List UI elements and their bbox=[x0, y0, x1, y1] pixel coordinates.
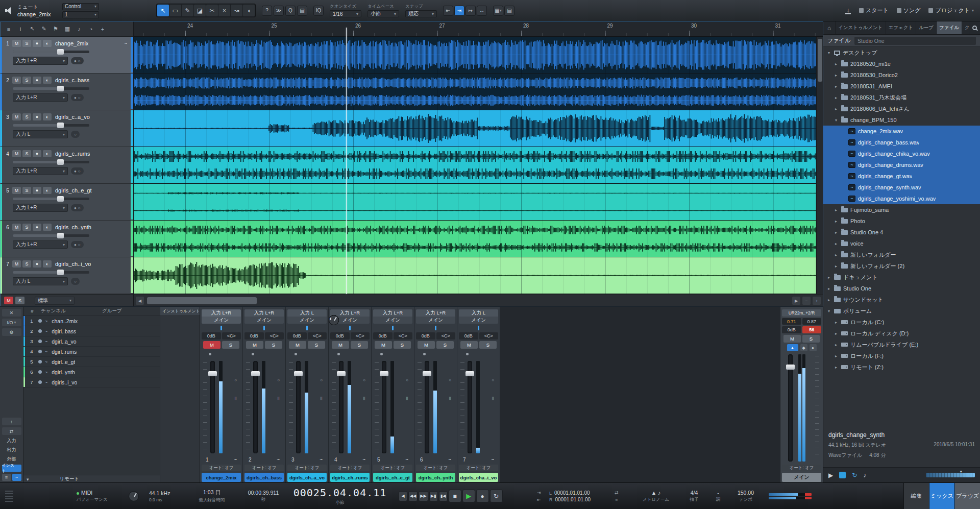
audio-clip[interactable] bbox=[134, 184, 823, 221]
scroll-right-icon[interactable]: ▶ bbox=[792, 297, 800, 305]
export-icon[interactable]: ↓ bbox=[845, 7, 851, 14]
expand-arrow[interactable]: ▸ bbox=[834, 219, 839, 224]
grid-icon[interactable]: ▦ bbox=[63, 25, 72, 34]
channel-name-tag[interactable]: dgirls_ch..a_vo bbox=[287, 473, 327, 482]
tree-item[interactable]: ▸20180606_UA_Ichiさん bbox=[823, 103, 980, 114]
add-track-icon[interactable]: + bbox=[98, 25, 107, 34]
monitor-button[interactable]: ◐ bbox=[43, 150, 52, 157]
volume-slider[interactable] bbox=[13, 51, 89, 53]
input-select[interactable]: 入力 L▾ bbox=[13, 277, 68, 285]
browser-search-input[interactable]: Studio One bbox=[854, 37, 976, 45]
mute-button[interactable]: M bbox=[12, 77, 21, 84]
volume-slider-handle[interactable] bbox=[57, 233, 64, 238]
solo-button[interactable]: S bbox=[22, 113, 31, 120]
narrow-strips-icon[interactable]: ⇄ bbox=[2, 427, 21, 435]
macro-button[interactable]: ▤ bbox=[297, 6, 307, 16]
input-route-label[interactable]: 入力 L bbox=[287, 309, 327, 317]
input-route-label[interactable]: 入力 L+R bbox=[244, 309, 284, 317]
record-arm-button[interactable]: ● bbox=[33, 113, 41, 120]
track-height-preset-select[interactable]: 標準▾ bbox=[35, 297, 75, 305]
file-item[interactable]: ~dgirls_change_chika_vo.wav bbox=[823, 148, 980, 159]
browser-tab-item[interactable]: ループ bbox=[916, 21, 937, 34]
main-channel-name-tag[interactable]: メイン bbox=[782, 473, 821, 482]
preroll-icon[interactable]: ⇄ bbox=[615, 490, 619, 495]
input-route-label[interactable]: 入力 L bbox=[459, 309, 498, 317]
tree-item[interactable]: ▸リムーバブルドライブ (E:) bbox=[823, 339, 980, 350]
preview-loop-icon[interactable]: ↻ bbox=[852, 472, 857, 478]
mute-button[interactable]: M bbox=[12, 150, 21, 157]
channel-strip[interactable]: 入力 Lメイン0dB<C>MS◐○||7~オート: オフdgirls_cha..… bbox=[457, 307, 500, 483]
snap-start-icon[interactable]: ⇤ bbox=[443, 6, 453, 16]
tree-item[interactable]: ▸Studio One 4 bbox=[823, 227, 980, 238]
mute-button[interactable]: M bbox=[289, 341, 306, 349]
tree-item[interactable]: ▸20180520_mi1e bbox=[823, 58, 980, 69]
play-button[interactable]: ▶ bbox=[462, 490, 475, 502]
solo-button[interactable]: S bbox=[22, 224, 31, 231]
output-route-label[interactable]: メイン bbox=[459, 317, 498, 324]
vertical-scrollbar[interactable] bbox=[816, 37, 823, 294]
mix-page-button[interactable]: ミックス bbox=[929, 483, 954, 509]
file-item[interactable]: ~dgirls_change_bass.wav bbox=[823, 137, 980, 148]
channel-strip[interactable]: 入力 Lメイン0dB<C>MS◐○||3~オート: オフdgirls_ch..a… bbox=[286, 307, 329, 483]
global-solo-button[interactable]: S bbox=[15, 297, 24, 304]
loop-start-value[interactable]: 00001.01.01.00 bbox=[554, 490, 590, 496]
record-arm-button[interactable]: ● bbox=[33, 77, 41, 84]
channel-list-row[interactable]: 5~dgirl..e_gt bbox=[23, 357, 160, 367]
input-select[interactable]: 入力 L+R▾ bbox=[13, 57, 68, 65]
output-route-label[interactable]: メイン bbox=[373, 317, 412, 324]
metronome-icon[interactable]: ▲ bbox=[651, 490, 656, 496]
fader-handle[interactable] bbox=[337, 371, 346, 376]
record-arm-button[interactable]: ● bbox=[33, 260, 41, 268]
snap-end-icon[interactable]: ⇥ bbox=[454, 6, 464, 16]
expand-arrow[interactable]: ▸ bbox=[834, 264, 839, 269]
tempo-track-icon[interactable]: ◔ bbox=[86, 25, 95, 34]
channel-active-icon[interactable] bbox=[38, 360, 42, 363]
remote-tab[interactable]: リモート bbox=[60, 476, 80, 482]
track-header[interactable]: 1MS●◐change_2mix~入力 L+R▾●○ bbox=[0, 37, 133, 74]
volume-slider-handle[interactable] bbox=[57, 270, 64, 275]
input-route-label[interactable]: 入力 L+R bbox=[416, 309, 455, 317]
main-clip-indicator[interactable]: 56 bbox=[802, 326, 822, 333]
track-header[interactable]: 6MS●◐dgirls_ch..ynth入力 L+R▾●○ bbox=[0, 221, 133, 257]
bend-tool[interactable]: ↝ bbox=[231, 5, 242, 16]
channel-list-row[interactable]: 1~chan..2mix bbox=[23, 316, 160, 326]
solo-button[interactable]: S bbox=[222, 341, 239, 349]
mono-icon[interactable]: ● bbox=[810, 344, 817, 351]
meter-mode-icon[interactable]: || bbox=[492, 396, 494, 400]
channel-name-tag[interactable]: dgirls_ch..e_gt bbox=[373, 473, 412, 482]
solo-button[interactable]: S bbox=[22, 150, 31, 157]
key-value[interactable]: - bbox=[717, 490, 719, 496]
expand-arrow[interactable]: ▸ bbox=[834, 365, 839, 370]
snap-relative-icon[interactable]: ↦ bbox=[465, 6, 476, 16]
volume-slider-handle[interactable] bbox=[57, 123, 64, 128]
tree-item[interactable]: ▸Studio One bbox=[823, 283, 980, 294]
solo-button[interactable]: S bbox=[22, 187, 31, 194]
tree-item[interactable]: ▸voice bbox=[823, 238, 980, 249]
dim-icon[interactable]: ◆ bbox=[800, 344, 807, 351]
expand-arrow[interactable]: ▸ bbox=[834, 343, 839, 347]
meter-mode-icon[interactable]: || bbox=[363, 396, 365, 400]
expand-arrow[interactable]: ▸ bbox=[834, 107, 839, 111]
file-item[interactable]: ~change_2mix.wav bbox=[823, 126, 980, 137]
browser-search-button[interactable] bbox=[969, 21, 980, 34]
expand-arrow[interactable]: ▸ bbox=[834, 208, 839, 212]
solo-button[interactable]: S bbox=[22, 77, 31, 84]
main-fader-track[interactable] bbox=[788, 354, 793, 462]
track-header[interactable]: 2MS●◐dgirls_c..bass入力 L+R▾●○ bbox=[0, 74, 133, 110]
signature-value[interactable]: 4/4 bbox=[691, 490, 698, 496]
tree-item[interactable]: ▸Photo bbox=[823, 215, 980, 227]
channel-name-tag[interactable]: dgirls_ch..ynth bbox=[416, 473, 455, 482]
track-header[interactable]: 7MS●◐dgirls_ch..i_vo入力 L▾○ bbox=[0, 257, 133, 294]
file-item[interactable]: ~dgirls_change_drums.wav bbox=[823, 159, 980, 171]
mute-button[interactable]: M bbox=[246, 341, 263, 349]
rewind-button[interactable]: ◀◀ bbox=[408, 491, 418, 501]
solo-safe-icon[interactable]: ○ bbox=[277, 378, 280, 382]
meter-mode-icon[interactable]: || bbox=[235, 396, 237, 400]
monitor-button[interactable]: ◐ bbox=[43, 187, 52, 194]
solo-button[interactable]: S bbox=[436, 341, 454, 349]
show-inputs-button[interactable]: 入力 bbox=[2, 437, 21, 444]
global-mute-button[interactable]: M bbox=[4, 297, 13, 304]
monitor-toggle[interactable]: ●○ bbox=[71, 241, 84, 248]
audio-clip[interactable] bbox=[134, 37, 823, 74]
fader-track[interactable] bbox=[382, 361, 386, 453]
